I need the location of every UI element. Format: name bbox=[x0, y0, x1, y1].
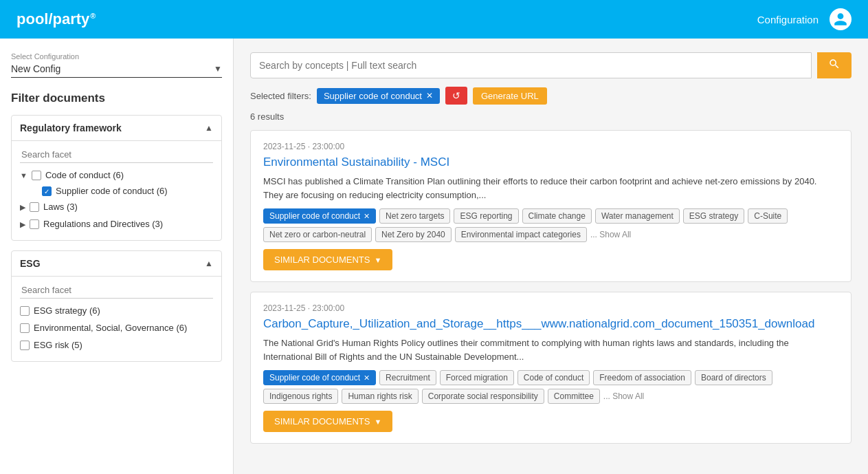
tag-climate-change[interactable]: Climate change bbox=[522, 208, 592, 224]
tag-supplier-code-2[interactable]: Supplier code of conduct ✕ bbox=[263, 370, 376, 385]
tag-csr[interactable]: Corporate social responsibility bbox=[422, 389, 544, 404]
search-button[interactable] bbox=[817, 52, 852, 78]
chevron-down-similar-icon: ▼ bbox=[374, 256, 381, 264]
checkbox-esg-social-gov[interactable] bbox=[20, 323, 30, 333]
tag-esg-strategy[interactable]: ESG strategy bbox=[683, 208, 744, 224]
result-card-1: 2023-11-25 · 23:00:00 Environmental Sust… bbox=[250, 130, 852, 282]
result-1-desc: MSCI has published a Climate Transition … bbox=[263, 175, 838, 202]
tag-label: Supplier code of conduct bbox=[269, 211, 360, 221]
reset-icon: ↺ bbox=[452, 90, 460, 101]
result-2-title[interactable]: Carbon_Capture,_Utilization_and_Storage_… bbox=[263, 317, 838, 331]
tag-indigenous-rights[interactable]: Indigenous rights bbox=[263, 389, 338, 404]
tag-env-impact[interactable]: Environmental impact categories bbox=[455, 227, 587, 242]
config-select[interactable]: New Config ▼ bbox=[11, 63, 222, 78]
search-input[interactable] bbox=[250, 52, 812, 78]
tag-code-of-conduct[interactable]: Code of conduct bbox=[518, 370, 590, 385]
tag-forced-migration[interactable]: Forced migration bbox=[440, 370, 514, 385]
checkbox-regulations[interactable] bbox=[30, 219, 39, 229]
facet-item-laws: ▶ Laws (3) bbox=[20, 200, 213, 213]
result-1-tags: Supplier code of conduct ✕ Net zero targ… bbox=[263, 208, 838, 242]
header: pool/party® Configuration bbox=[0, 0, 868, 39]
similar-label-1: SIMILAR DOCUMENTS bbox=[274, 255, 370, 265]
facet-item-code-of-conduct: ▼ Code of conduct (6) Supplier code of c… bbox=[20, 169, 213, 196]
esg-social-gov-label: Environmental, Social, Governance (6) bbox=[34, 323, 187, 333]
config-label: Select Configuration bbox=[11, 52, 222, 61]
logo: pool/party® bbox=[16, 10, 96, 28]
sub-facet-supplier-code: Supplier code of conduct (6) bbox=[42, 186, 213, 196]
chevron-down-icon: ▼ bbox=[214, 64, 222, 74]
filters-row: Selected filters: Supplier code of condu… bbox=[250, 87, 852, 105]
remove-filter-icon[interactable]: ✕ bbox=[426, 91, 433, 100]
tag-board-directors[interactable]: Board of directors bbox=[695, 370, 772, 385]
expand-regulations-icon[interactable]: ▶ bbox=[20, 219, 25, 229]
tag-water-management[interactable]: Water management bbox=[595, 208, 680, 224]
reset-button[interactable]: ↺ bbox=[445, 87, 467, 105]
checkbox-supplier-code[interactable] bbox=[42, 186, 52, 196]
tag-label-2: Supplier code of conduct bbox=[269, 373, 360, 383]
tag-supplier-code-1[interactable]: Supplier code of conduct ✕ bbox=[263, 208, 376, 224]
facet-body-regulatory: ▼ Code of conduct (6) Supplier code of c… bbox=[12, 141, 221, 240]
facet-item-regulations: ▶ Regulations and Directives (3) bbox=[20, 217, 213, 230]
checkbox-esg-strategy[interactable] bbox=[20, 306, 30, 316]
facet-regulatory-framework: Regulatory framework ▲ ▼ Code of conduct… bbox=[11, 115, 222, 241]
content-area: Selected filters: Supplier code of condu… bbox=[234, 39, 868, 474]
active-filter-label: Supplier code of conduct bbox=[324, 91, 422, 101]
facet-body-esg: ESG strategy (6) Environmental, Social, … bbox=[12, 277, 221, 361]
checkbox-esg-risk[interactable] bbox=[20, 341, 30, 350]
search-bar-row bbox=[250, 52, 852, 78]
configuration-link[interactable]: Configuration bbox=[757, 14, 819, 25]
code-of-conduct-row: ▼ Code of conduct (6) bbox=[20, 169, 213, 182]
tag-human-rights-risk[interactable]: Human rights risk bbox=[342, 389, 418, 404]
show-all-2[interactable]: ... Show All bbox=[603, 389, 644, 404]
chevron-up-icon: ▲ bbox=[205, 123, 213, 133]
user-avatar[interactable] bbox=[830, 8, 852, 30]
similar-docs-btn-1[interactable]: SIMILAR DOCUMENTS ▼ bbox=[263, 249, 392, 270]
logo-text: pool/party® bbox=[16, 10, 96, 28]
tag-remove-icon[interactable]: ✕ bbox=[364, 212, 370, 221]
tag-remove-icon-2[interactable]: ✕ bbox=[364, 374, 370, 383]
checkbox-code-of-conduct[interactable] bbox=[32, 171, 41, 180]
facet-search-esg[interactable] bbox=[20, 282, 213, 299]
similar-docs-btn-2[interactable]: SIMILAR DOCUMENTS ▼ bbox=[263, 411, 392, 432]
tag-net-zero-2040[interactable]: Net Zero by 2040 bbox=[375, 227, 452, 242]
expand-code-of-conduct[interactable]: ▼ bbox=[20, 170, 27, 180]
similar-label-2: SIMILAR DOCUMENTS bbox=[274, 416, 370, 427]
result-2-tags: Supplier code of conduct ✕ Recruitment F… bbox=[263, 370, 838, 404]
tag-recruitment[interactable]: Recruitment bbox=[379, 370, 436, 385]
result-1-title[interactable]: Environmental Sustainability - MSCI bbox=[263, 155, 838, 169]
tag-net-zero-targets[interactable]: Net zero targets bbox=[379, 208, 450, 224]
show-all-1[interactable]: ... Show All bbox=[590, 227, 631, 242]
supplier-code-label: Supplier code of conduct (6) bbox=[56, 186, 168, 196]
checkbox-laws[interactable] bbox=[30, 202, 39, 212]
facet-title-regulatory: Regulatory framework bbox=[20, 122, 122, 133]
header-right: Configuration bbox=[757, 8, 852, 30]
tag-net-zero-carbon-neutral[interactable]: Net zero or carbon-neutral bbox=[263, 227, 372, 242]
facet-item-esg-risk: ESG risk (5) bbox=[20, 338, 213, 352]
filter-documents-title: Filter documents bbox=[11, 91, 222, 105]
facet-header-regulatory[interactable]: Regulatory framework ▲ bbox=[12, 116, 221, 141]
result-2-date: 2023-11-25 · 23:00:00 bbox=[263, 303, 838, 313]
generate-url-button[interactable]: Generate URL bbox=[473, 87, 547, 105]
expand-laws-icon[interactable]: ▶ bbox=[20, 202, 25, 212]
facet-item-esg-strategy: ESG strategy (6) bbox=[20, 304, 213, 317]
sidebar: Select Configuration New Config ▼ Filter… bbox=[0, 39, 234, 474]
esg-strategy-label: ESG strategy (6) bbox=[34, 305, 100, 316]
result-2-desc: The National Grid's Human Rights Policy … bbox=[263, 336, 838, 363]
chevron-down-similar-2-icon: ▼ bbox=[374, 418, 381, 426]
facet-search-regulatory[interactable] bbox=[20, 147, 213, 163]
facet-title-esg: ESG bbox=[20, 258, 41, 269]
active-filter-tag: Supplier code of conduct ✕ bbox=[317, 88, 440, 104]
facet-item-esg-social-gov: Environmental, Social, Governance (6) bbox=[20, 321, 213, 334]
result-1-date: 2023-11-25 · 23:00:00 bbox=[263, 142, 838, 151]
chevron-up-icon-esg: ▲ bbox=[205, 259, 213, 268]
facet-header-esg[interactable]: ESG ▲ bbox=[12, 251, 221, 277]
config-value: New Config bbox=[11, 63, 60, 74]
tag-c-suite[interactable]: C-Suite bbox=[748, 208, 788, 224]
tag-committee[interactable]: Committee bbox=[548, 389, 600, 404]
tag-esg-reporting[interactable]: ESG reporting bbox=[454, 208, 518, 224]
esg-risk-label: ESG risk (5) bbox=[34, 340, 82, 350]
main-layout: Select Configuration New Config ▼ Filter… bbox=[0, 39, 868, 474]
facet-esg: ESG ▲ ESG strategy (6) Environmental, So… bbox=[11, 250, 222, 362]
code-of-conduct-label: Code of conduct (6) bbox=[45, 170, 124, 180]
tag-freedom-association[interactable]: Freedom of association bbox=[593, 370, 691, 385]
